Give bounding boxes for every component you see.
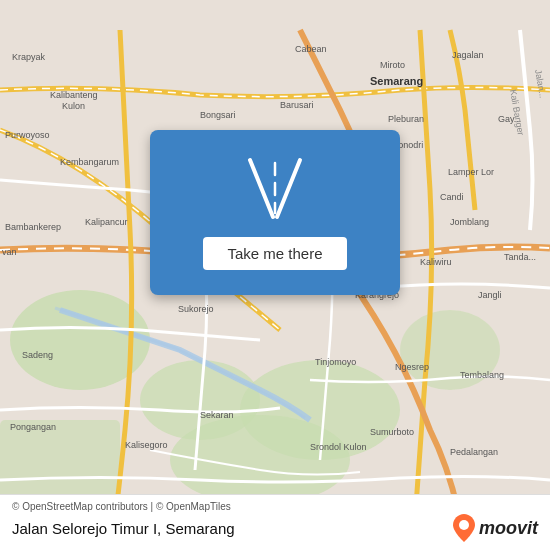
moovit-pin-icon (453, 514, 475, 542)
svg-text:Jagalan: Jagalan (452, 50, 484, 60)
svg-text:Miroto: Miroto (380, 60, 405, 70)
svg-text:Sukorejo: Sukorejo (178, 304, 214, 314)
svg-text:Barusari: Barusari (280, 100, 314, 110)
svg-text:Srondol Kulon: Srondol Kulon (310, 442, 367, 452)
svg-point-49 (459, 520, 469, 530)
svg-text:Sekaran: Sekaran (200, 410, 234, 420)
svg-text:Kulon: Kulon (62, 101, 85, 111)
svg-text:Candi: Candi (440, 192, 464, 202)
svg-text:Jalan...: Jalan... (533, 69, 548, 99)
moovit-brand-text: moovit (479, 518, 538, 539)
svg-text:Kalibanteng: Kalibanteng (50, 90, 98, 100)
map-container: Semarang Cabean Krapyak Kalibanteng Kulo… (0, 0, 550, 550)
svg-text:Jomblang: Jomblang (450, 217, 489, 227)
svg-text:Kaliwiru: Kaliwiru (420, 257, 452, 267)
location-row: Jalan Selorejo Timur I, Semarang moovit (12, 514, 538, 542)
svg-text:Bongsari: Bongsari (200, 110, 236, 120)
svg-text:Tinjomoyo: Tinjomoyo (315, 357, 356, 367)
card-overlay: Take me there (150, 130, 400, 295)
svg-text:Lamper Lor: Lamper Lor (448, 167, 494, 177)
svg-text:Tembalang: Tembalang (460, 370, 504, 380)
svg-line-44 (250, 160, 273, 217)
svg-text:Pongangan: Pongangan (10, 422, 56, 432)
take-me-there-button[interactable]: Take me there (203, 237, 346, 270)
svg-text:Bambankerep: Bambankerep (5, 222, 61, 232)
svg-text:van: van (2, 247, 17, 257)
svg-rect-4 (0, 420, 120, 500)
moovit-logo: moovit (453, 514, 538, 542)
svg-text:Sadeng: Sadeng (22, 350, 53, 360)
road-icon (235, 155, 315, 225)
svg-text:Purwoyoso: Purwoyoso (5, 130, 50, 140)
svg-text:Jangli: Jangli (478, 290, 502, 300)
bottom-bar: © OpenStreetMap contributors | © OpenMap… (0, 494, 550, 550)
svg-text:Kali Banger: Kali Banger (508, 89, 526, 137)
svg-text:Pleburan: Pleburan (388, 114, 424, 124)
svg-text:Semarang: Semarang (370, 75, 423, 87)
svg-line-45 (277, 160, 300, 217)
svg-text:Kalisegoro: Kalisegoro (125, 440, 168, 450)
svg-text:Tanda...: Tanda... (504, 252, 536, 262)
location-name: Jalan Selorejo Timur I, Semarang (12, 520, 235, 537)
svg-text:Pedalangan: Pedalangan (450, 447, 498, 457)
attribution-text: © OpenStreetMap contributors | © OpenMap… (12, 501, 538, 512)
svg-text:Cabean: Cabean (295, 44, 327, 54)
svg-text:Krapyak: Krapyak (12, 52, 46, 62)
svg-text:Kembangarum: Kembangarum (60, 157, 119, 167)
svg-text:Ngesrep: Ngesrep (395, 362, 429, 372)
svg-text:Kalipancur: Kalipancur (85, 217, 128, 227)
svg-text:Sumurboto: Sumurboto (370, 427, 414, 437)
